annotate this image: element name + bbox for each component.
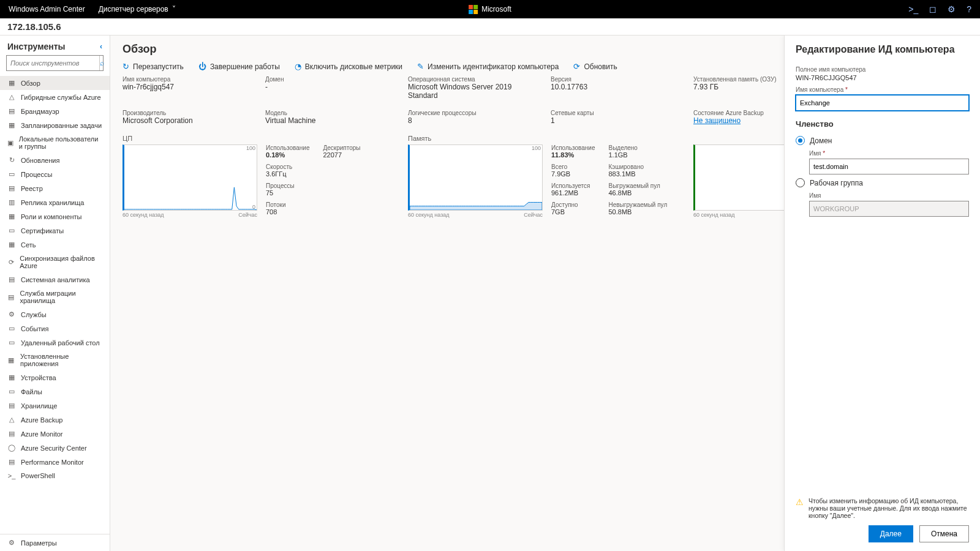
sidebar-item-16[interactable]: ▭События: [0, 321, 110, 335]
tool-icon: ▤: [7, 430, 16, 438]
tool-icon: ▦: [7, 79, 16, 87]
sidebar-item-12[interactable]: ⟳Синхронизация файлов Azure: [0, 252, 110, 272]
tool-icon: ▭: [7, 170, 16, 178]
tool-icon: ▤: [7, 107, 16, 115]
sidebar-item-4[interactable]: ▣Локальные пользователи и группы: [0, 132, 110, 153]
restart-button[interactable]: ↻Перезапустить: [123, 62, 184, 71]
help-icon[interactable]: ?: [967, 4, 971, 14]
server-ip: 172.18.105.6: [7, 21, 61, 32]
brand: Microsoft: [469, 5, 511, 14]
gear-icon: ⚙: [7, 539, 16, 547]
sidebar-item-24[interactable]: ◯Azure Security Center: [0, 441, 110, 455]
collapse-sidebar-icon[interactable]: ‹: [100, 42, 102, 51]
sidebar-item-15[interactable]: ⚙Службы: [0, 307, 110, 321]
svg-marker-0: [410, 202, 542, 210]
tool-icon: ▭: [7, 324, 16, 332]
sidebar-item-25[interactable]: ▤Performance Monitor: [0, 455, 110, 469]
sidebar-item-14[interactable]: ▤Служба миграции хранилища: [0, 287, 110, 307]
cpu-chart-title: ЦП: [123, 135, 397, 142]
tool-icon: ▥: [7, 198, 16, 206]
mem-metrics: Использование11.83% Выделено1.1GB Всего7…: [551, 144, 667, 219]
fact-os: Microsoft Windows Server 2019 Standard: [408, 83, 540, 100]
search-input[interactable]: [7, 59, 99, 67]
sidebar-item-8[interactable]: ▥Реплика хранилища: [0, 195, 110, 209]
sidebar-item-21[interactable]: ▤Хранилище: [0, 399, 110, 413]
domain-name-input[interactable]: [809, 159, 969, 174]
tool-icon: △: [7, 416, 16, 424]
tool-icon: ▤: [7, 276, 16, 283]
tool-icon: ↻: [7, 156, 16, 164]
sidebar-item-17[interactable]: ▭Удаленный рабочий стол: [0, 335, 110, 350]
settings-gear-icon[interactable]: ⚙: [948, 4, 956, 14]
disk-metrics-button[interactable]: ◔Включить дисковые метрики: [295, 62, 402, 71]
mem-chart-title: Память: [408, 135, 682, 142]
sidebar-item-19[interactable]: ▦Устройства: [0, 370, 110, 384]
sidebar-item-23[interactable]: ▤Azure Monitor: [0, 427, 110, 441]
sidebar-item-1[interactable]: △Гибридные службы Azure: [0, 90, 110, 104]
notifications-icon[interactable]: ◻: [929, 4, 937, 14]
fact-version: 10.0.17763: [551, 83, 682, 91]
shutdown-button[interactable]: ⏻Завершение работы: [198, 62, 280, 71]
domain-radio[interactable]: Домен: [796, 136, 969, 145]
sidebar-item-22[interactable]: △Azure Backup: [0, 413, 110, 427]
console-icon[interactable]: >_: [908, 4, 918, 14]
sidebar-item-6[interactable]: ▭Процессы: [0, 167, 110, 181]
search-icon[interactable]: ⌕: [99, 56, 104, 70]
sidebar-title: Инструменты: [7, 42, 66, 51]
content: Обзор ↻Перезапустить ⏻Завершение работы …: [110, 36, 980, 551]
sidebar-item-18[interactable]: ▦Установленные приложения: [0, 350, 110, 370]
mem-chart: 1000: [408, 144, 543, 211]
microsoft-logo-icon: [469, 5, 478, 14]
radio-unchecked-icon: [796, 178, 805, 187]
tool-icon: △: [7, 93, 16, 101]
sidebar-item-7[interactable]: ▤Реестр: [0, 181, 110, 195]
tool-icon: ▭: [7, 388, 16, 395]
warning-icon: ⚠: [796, 497, 804, 519]
sidebar-item-11[interactable]: ▦Сеть: [0, 238, 110, 252]
tool-icon: ▤: [7, 184, 16, 192]
sidebar-item-9[interactable]: ▦Роли и компоненты: [0, 209, 110, 223]
fact-cpus: 8: [408, 116, 540, 125]
tool-icon: ▤: [7, 402, 16, 410]
cpu-metrics: Использование0.18% Дескрипторы22077 Скор…: [266, 144, 361, 219]
refresh-icon: ⟳: [573, 62, 580, 71]
sidebar-item-26[interactable]: >_PowerShell: [0, 469, 110, 482]
restart-icon: ↻: [123, 62, 129, 71]
tool-icon: ▦: [7, 121, 16, 129]
tool-icon: ▦: [7, 241, 16, 249]
sidebar-settings[interactable]: ⚙ Параметры: [0, 534, 110, 551]
refresh-button[interactable]: ⟳Обновить: [573, 62, 617, 71]
computer-name-input[interactable]: [796, 95, 969, 111]
edit-computer-id-button[interactable]: ✎Изменить идентификатор компьютера: [417, 62, 559, 71]
tool-icon: ▭: [7, 339, 16, 347]
edit-computer-id-panel: Редактирование ИД компьютера Полное имя …: [784, 36, 980, 551]
sidebar-item-10[interactable]: ▭Сертификаты: [0, 223, 110, 238]
tool-icon: ▤: [7, 458, 16, 466]
sidebar-item-5[interactable]: ↻Обновления: [0, 153, 110, 167]
fact-computer-name: win-7r6cjjgq547: [123, 83, 254, 91]
sidebar-item-0[interactable]: ▦Обзор: [0, 76, 110, 90]
sidebar-item-2[interactable]: ▤Брандмауэр: [0, 104, 110, 118]
fact-nics: 1: [551, 116, 682, 125]
next-button[interactable]: Далее: [869, 525, 913, 542]
tool-icon: ⚙: [7, 310, 16, 318]
cancel-button[interactable]: Отмена: [919, 525, 969, 542]
panel-full-name: WIN-7R6CJJGQ547: [796, 74, 969, 81]
tool-icon: ▭: [7, 227, 16, 234]
radio-checked-icon: [796, 136, 805, 145]
sidebar-item-20[interactable]: ▭Файлы: [0, 384, 110, 399]
tool-icon: >_: [7, 472, 16, 479]
search-tools[interactable]: ⌕: [6, 55, 104, 71]
app-title: Windows Admin Center: [9, 5, 85, 13]
tool-icon: ▦: [7, 373, 16, 381]
nav-dropdown[interactable]: Диспетчер серверов ˅: [99, 5, 176, 13]
workgroup-radio[interactable]: Рабочая группа: [796, 178, 969, 187]
tool-icon: ▤: [7, 293, 15, 301]
power-icon: ⏻: [198, 62, 206, 71]
cpu-chart: 1000: [123, 144, 257, 211]
sidebar-item-3[interactable]: ▦Запланированные задачи: [0, 118, 110, 132]
sidebar-item-13[interactable]: ▤Системная аналитика: [0, 272, 110, 287]
sidebar: Инструменты ‹ ⌕ ▦Обзор△Гибридные службы …: [0, 36, 110, 551]
panel-warning: ⚠ Чтобы изменить информацию об ИД компью…: [796, 497, 969, 519]
fact-model: Virtual Machine: [265, 116, 397, 125]
